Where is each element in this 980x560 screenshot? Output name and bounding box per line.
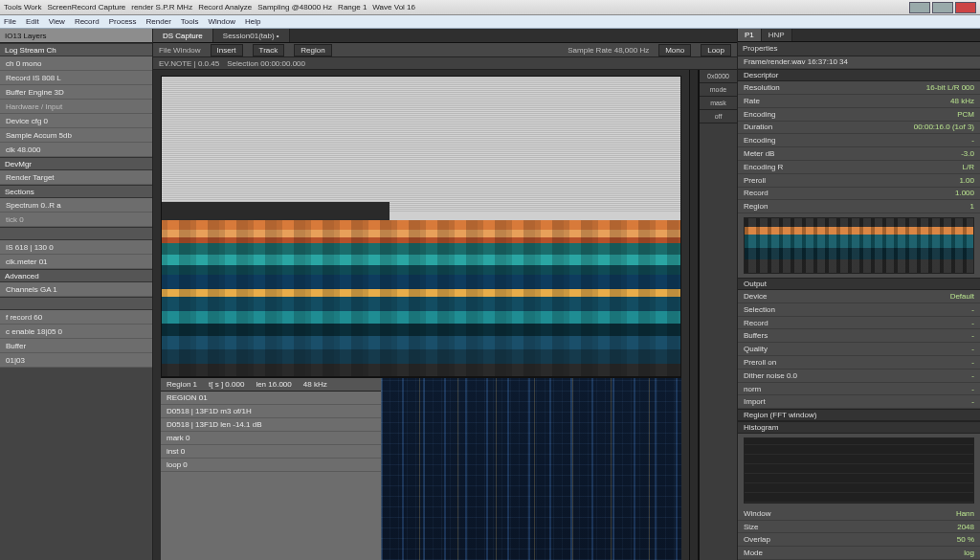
console-header-time: t[ s ] 0.000 — [209, 380, 244, 389]
prop-row[interactable]: Duration00:00:16.0 (1of 3) — [738, 122, 980, 135]
right-tab-p1[interactable]: P1 — [738, 29, 762, 41]
sample-rate-readout: Sample Rate 48,000 Hz — [568, 46, 649, 55]
console-row[interactable]: mark 0 — [161, 432, 381, 445]
preview-thumbnail[interactable] — [744, 217, 974, 274]
prop-row[interactable]: Resolution16-bit L/R 000 — [738, 81, 980, 95]
minimize-button[interactable] — [909, 2, 930, 13]
console-row[interactable]: inst 0 — [161, 445, 381, 459]
left-item[interactable]: f record 60 — [0, 310, 152, 325]
toolbar-loop-button[interactable]: Loop — [701, 44, 731, 56]
close-button[interactable] — [955, 2, 976, 13]
prop-row[interactable]: norm- — [738, 383, 980, 396]
console-header: Region 1 t[ s ] 0.000 len 16.000 48 kHz — [161, 378, 381, 392]
side-tag: mode — [700, 83, 737, 97]
left-item[interactable]: Sample Accum 5db — [0, 128, 152, 143]
menu-help[interactable]: Help — [245, 17, 260, 26]
left-item[interactable]: Buffer — [0, 339, 152, 353]
console-row[interactable]: D0518 | 13F1D m3 of/1H — [161, 405, 381, 418]
menu-render[interactable]: Render — [146, 17, 171, 26]
toolbar-label: File Window — [159, 46, 201, 55]
menu-record[interactable]: Record — [75, 17, 100, 26]
prop-row[interactable]: Selection- — [738, 303, 980, 317]
console-row[interactable]: loop 0 — [161, 459, 381, 472]
doc-name: ScreenRecord Capture — [47, 3, 125, 11]
menu-process[interactable]: Process — [109, 17, 137, 26]
title-extra: Wave Vol 16 — [372, 3, 415, 11]
side-tag: off — [700, 110, 737, 123]
tab-session[interactable]: Session01(tab) • — [213, 29, 290, 42]
toolbar-track-button[interactable]: Track — [253, 44, 285, 56]
waveform-panel[interactable] — [381, 378, 681, 560]
maximize-button[interactable] — [932, 2, 953, 13]
left-item[interactable]: clk 48.000 — [0, 143, 152, 157]
left-item[interactable]: Device cfg 0 — [0, 114, 152, 128]
menu-view[interactable]: View — [49, 17, 65, 26]
center-toolbar: File Window Insert Track Region Sample R… — [153, 43, 737, 57]
left-section-sections: Sections — [0, 185, 152, 198]
left-item[interactable]: tick 0 — [0, 213, 152, 227]
prop-row[interactable]: DeviceDefault — [738, 290, 980, 303]
left-item[interactable]: c enable 18|05 0 — [0, 325, 152, 339]
right-tab-hnp[interactable]: HNP — [762, 29, 792, 41]
prop-row[interactable]: WindowHann — [738, 507, 980, 521]
prop-row[interactable]: Encoding- — [738, 134, 980, 147]
left-item[interactable]: Buffer Engine 3D — [0, 85, 152, 100]
prop-row[interactable]: Import- — [738, 395, 980, 409]
prop-row[interactable]: Buffers- — [738, 329, 980, 343]
canvas-side-tags: 0x0000 mode mask off — [699, 70, 737, 560]
menu-edit[interactable]: Edit — [26, 17, 39, 26]
side-tag: 0x0000 — [700, 70, 737, 83]
left-item[interactable]: ch 0 mono — [0, 56, 152, 71]
prop-row[interactable]: EncodingPCM — [738, 108, 980, 122]
left-item[interactable]: IS 618 | 130 0 — [0, 240, 152, 255]
center-substrip: EV.NOTE | 0.0.45 Selection 00:00:00.000 — [153, 57, 737, 70]
prop-row[interactable]: Dither noise 0.0- — [738, 370, 980, 383]
left-section-advanced: Advanced — [0, 269, 152, 282]
prop-row[interactable]: Modelog — [738, 547, 980, 560]
prop-row[interactable]: Preroll1.00 — [738, 174, 980, 188]
left-section-blank — [0, 227, 152, 240]
title-extra: Record Analyze — [198, 3, 252, 11]
left-panel-header: IO13 Layers — [0, 29, 152, 43]
left-item[interactable]: Channels GA 1 — [0, 282, 152, 297]
prop-row[interactable]: Preroll on- — [738, 356, 980, 370]
prop-row[interactable]: Record- — [738, 317, 980, 330]
console-row[interactable]: D0518 | 13F1D len -14.1 dB — [161, 418, 381, 432]
prop-row[interactable]: Meter dB-3.0 — [738, 147, 980, 161]
prop-row[interactable]: Region1 — [738, 200, 980, 213]
left-section-blank2 — [0, 297, 152, 310]
menu-window[interactable]: Window — [209, 17, 235, 26]
event-readout: EV.NOTE | 0.0.45 — [159, 59, 219, 68]
spectrogram-canvas[interactable] — [161, 76, 681, 377]
left-item[interactable]: Render Target — [0, 170, 152, 185]
menu-file[interactable]: File — [4, 17, 16, 26]
group-output: Output — [738, 278, 980, 290]
tab-capture[interactable]: DS Capture — [153, 29, 213, 42]
menu-tools[interactable]: Tools — [181, 17, 199, 26]
vertical-splitter[interactable] — [689, 70, 699, 560]
prop-row[interactable]: Record1.000 — [738, 188, 980, 201]
left-item[interactable]: Hardware / Input — [0, 100, 152, 114]
titlebar: Tools Work ScreenRecord Capture render S… — [0, 0, 980, 15]
file-line: Frame/render.wav 16:37:10 34 — [738, 56, 980, 70]
title-extra: Sampling @48000 Hz — [257, 3, 332, 11]
app-name: Tools Work — [4, 3, 41, 11]
prop-row[interactable]: Encoding RL/R — [738, 161, 980, 174]
group-histogram: Histogram — [738, 421, 980, 434]
selection-readout: Selection 00:00:00.000 — [227, 59, 305, 68]
prop-row[interactable]: Quality- — [738, 343, 980, 356]
toolbar-region-button[interactable]: Region — [294, 44, 331, 56]
console-row[interactable]: REGION 01 — [161, 392, 381, 405]
prop-row[interactable]: Size2048 — [738, 521, 980, 534]
properties-header: Properties — [738, 42, 980, 56]
document-tabstrip: DS Capture Session01(tab) • — [153, 29, 737, 43]
prop-row[interactable]: Overlap50 % — [738, 533, 980, 547]
toolbar-mono-button[interactable]: Mono — [658, 44, 691, 56]
left-item[interactable]: Spectrum 0..R a — [0, 198, 152, 213]
left-item[interactable]: 01|03 — [0, 353, 152, 368]
left-item[interactable]: clk.meter 01 — [0, 255, 152, 269]
toolbar-insert-button[interactable]: Insert — [211, 44, 243, 56]
histogram-plot[interactable] — [744, 437, 974, 504]
left-item[interactable]: Record IS 808 L — [0, 71, 152, 85]
prop-row[interactable]: Rate48 kHz — [738, 95, 980, 108]
